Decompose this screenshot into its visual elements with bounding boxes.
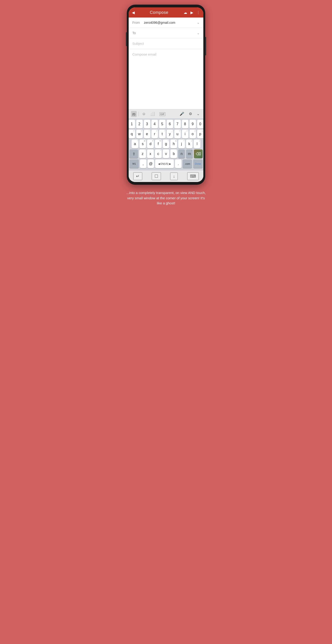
key-q[interactable]: +q — [129, 130, 135, 138]
key-v[interactable]: v — [163, 150, 169, 158]
translate-button[interactable]: (t) — [131, 111, 137, 117]
mic-button[interactable]: 🎤 — [178, 111, 186, 117]
subject-row[interactable]: Subject — [129, 38, 203, 49]
emoji-icon: ☺ — [142, 112, 146, 116]
mic-icon: 🎤 — [180, 112, 184, 116]
back-nav-button[interactable]: ↓ — [170, 172, 178, 180]
send-button[interactable]: ▶ — [190, 10, 193, 15]
from-label: From — [132, 21, 144, 24]
from-value: zero4096@gmail.com — [144, 21, 197, 24]
key-t[interactable]: /t — [159, 130, 166, 138]
settings-button[interactable]: ⚙ — [187, 111, 193, 117]
top-bar-actions: ☁ ▶ ⋮ — [184, 10, 200, 15]
to-row[interactable]: To ⌄ — [129, 28, 203, 38]
to-chevron-icon[interactable]: ⌄ — [197, 31, 200, 35]
to-label: To — [132, 31, 144, 35]
key-2[interactable]: 2 — [136, 120, 143, 128]
page-wrapper: ◀ Compose ☁ ▶ ⋮ From zero4096@gmail.com … — [121, 0, 211, 215]
key-7[interactable]: 7 — [174, 120, 181, 128]
shift-key[interactable]: ⇧ — [129, 150, 138, 158]
space-key[interactable]: ◀ EN(US) ▶ — [155, 160, 174, 168]
toolbar-divider — [139, 112, 139, 116]
key-8[interactable]: 8 — [182, 120, 188, 128]
key-r[interactable]: =r — [151, 130, 158, 138]
archive-icon[interactable]: ☁ — [184, 10, 187, 15]
sticker-button[interactable]: ⬜ — [149, 111, 156, 117]
key-e[interactable]: ÷e — [144, 130, 150, 138]
keyboard-nav-icon: ⌨ — [190, 174, 196, 178]
zxcv-row: ⇧ -z x "c v 'b n ?m ⌫ — [129, 150, 203, 158]
key-c[interactable]: "c — [155, 150, 162, 158]
key-1[interactable]: 1 — [129, 120, 135, 128]
bottom-row: !#1 , @ ◀ EN(US) ▶ . .com Done — [129, 160, 203, 168]
key-p[interactable]: ]p — [197, 130, 204, 138]
key-3[interactable]: 3 — [144, 120, 150, 128]
key-5[interactable]: 5 — [159, 120, 166, 128]
subject-placeholder: Subject — [132, 42, 144, 46]
key-y[interactable]: _y — [167, 130, 173, 138]
keyboard-nav-button[interactable]: ⌨ — [187, 172, 199, 180]
gif-button[interactable]: GIF — [158, 111, 166, 117]
sticker-icon: ⬜ — [150, 112, 155, 116]
key-o[interactable]: [o — [190, 130, 196, 138]
key-k[interactable]: (k — [186, 140, 193, 148]
key-s[interactable]: @s — [139, 140, 146, 148]
bottom-nav: ↵ ☐ ↓ ⌨ — [129, 170, 203, 182]
top-bar: ◀ Compose ☁ ▶ ⋮ — [129, 8, 203, 18]
key-dot[interactable]: . — [175, 160, 181, 168]
keyboard-chevron-button[interactable]: ⌄ — [195, 111, 201, 117]
from-row: From zero4096@gmail.com ⌄ — [129, 18, 203, 28]
recent-icon: ↵ — [136, 174, 139, 178]
compose-title: Compose — [150, 10, 169, 15]
key-9[interactable]: 9 — [190, 120, 196, 128]
compose-body[interactable]: Compose email — [129, 49, 203, 109]
key-b[interactable]: 'b — [170, 150, 177, 158]
phone-shell: ◀ Compose ☁ ▶ ⋮ From zero4096@gmail.com … — [127, 4, 205, 185]
chevron-down-icon: ⌄ — [197, 112, 200, 116]
home-button[interactable]: ☐ — [152, 172, 161, 180]
recent-apps-button[interactable]: ↵ — [133, 172, 142, 180]
keyboard: 1 2 3 4 5 6 7 8 9 0 +q ×w ÷e =r — [129, 118, 203, 170]
key-a[interactable]: !a — [132, 140, 138, 148]
asdf-row: !a @s #d %f ^g &h *j (k )l — [129, 140, 203, 148]
key-h[interactable]: &h — [170, 140, 177, 148]
key-4[interactable]: 4 — [151, 120, 158, 128]
dotcom-key[interactable]: .com — [183, 160, 192, 168]
key-x[interactable]: x — [147, 150, 154, 158]
key-d[interactable]: #d — [147, 140, 154, 148]
back-nav-icon: ↓ — [173, 174, 175, 178]
emoji-button[interactable]: ☺ — [141, 111, 147, 117]
compose-placeholder: Compose email — [132, 52, 156, 56]
key-j[interactable]: *j — [178, 140, 185, 148]
qwerty-row: +q ×w ÷e =r /t _y <u >i [o ]p — [129, 130, 203, 138]
key-u[interactable]: <u — [174, 130, 181, 138]
key-w[interactable]: ×w — [136, 130, 143, 138]
key-0[interactable]: 0 — [197, 120, 204, 128]
caption-text: ...into a completely transparent, on vie… — [121, 185, 211, 206]
done-key[interactable]: Done — [193, 160, 203, 168]
key-m[interactable]: ?m — [186, 150, 193, 158]
key-comma[interactable]: , — [140, 160, 146, 168]
keyboard-toolbar: (t) ☺ ⬜ GIF 🎤 ⚙ — [129, 109, 203, 118]
key-at[interactable]: @ — [148, 160, 154, 168]
key-z[interactable]: -z — [139, 150, 146, 158]
backspace-key[interactable]: ⌫ — [194, 150, 203, 158]
settings-icon: ⚙ — [189, 112, 192, 116]
phone-screen: ◀ Compose ☁ ▶ ⋮ From zero4096@gmail.com … — [129, 8, 203, 182]
compose-area: From zero4096@gmail.com ⌄ To ⌄ Subject C… — [129, 18, 203, 109]
key-i[interactable]: >i — [182, 130, 188, 138]
key-g[interactable]: ^g — [163, 140, 169, 148]
back-button[interactable]: ◀ — [132, 10, 135, 15]
symbol-key[interactable]: !#1 — [129, 160, 139, 168]
key-l[interactable]: )l — [194, 140, 200, 148]
key-f[interactable]: %f — [155, 140, 162, 148]
number-row: 1 2 3 4 5 6 7 8 9 0 — [129, 120, 203, 128]
more-icon[interactable]: ⋮ — [196, 10, 200, 15]
from-chevron-icon[interactable]: ⌄ — [197, 21, 200, 24]
home-icon: ☐ — [154, 174, 158, 178]
gif-icon: GIF — [160, 112, 165, 116]
key-6[interactable]: 6 — [167, 120, 173, 128]
key-n[interactable]: n — [178, 150, 185, 158]
translate-icon: (t) — [132, 112, 135, 116]
